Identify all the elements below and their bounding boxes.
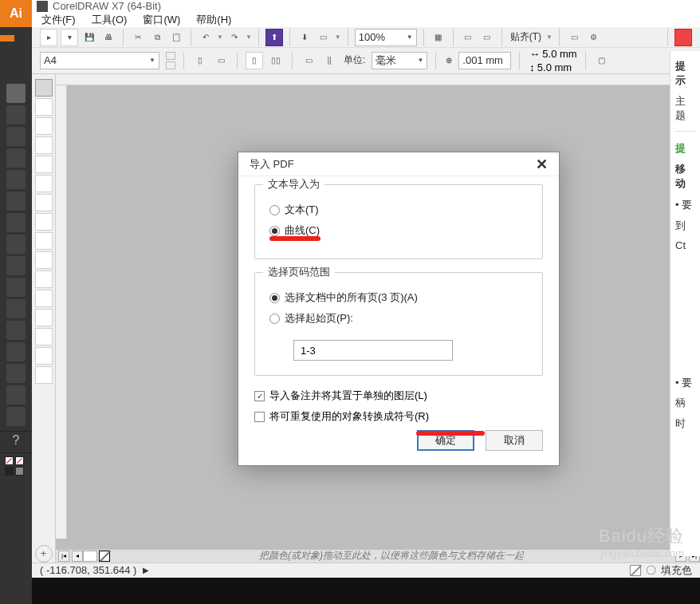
import-button[interactable]: ⬆ (265, 29, 283, 46)
ai-logo: Ai (0, 0, 32, 27)
page-single[interactable]: ▯ (246, 52, 263, 69)
cancel-button[interactable]: 取消 (486, 430, 543, 451)
chk-symbols-row[interactable]: 将可重复使用的对象转换成符号(R) (254, 409, 543, 424)
tool-fill[interactable] (6, 342, 26, 361)
tool-selection[interactable] (6, 84, 26, 103)
page-prev[interactable]: ◂ (72, 551, 83, 562)
tool-direct[interactable] (6, 105, 26, 124)
crop-frame-button[interactable]: ▢ (594, 52, 610, 69)
col-button2[interactable]: || (321, 52, 337, 69)
no-color-swatch[interactable] (99, 551, 110, 562)
hint-link[interactable]: 提 (675, 141, 695, 156)
page-size-dropdown[interactable]: A4▼ (40, 52, 159, 69)
export-button[interactable]: ⬇ (297, 29, 313, 46)
tool-artboard[interactable] (6, 364, 26, 383)
crop-tool[interactable] (35, 117, 53, 135)
tool-shape2[interactable] (6, 299, 26, 318)
radio-allpages[interactable] (269, 293, 280, 303)
tool-spiral[interactable] (6, 278, 26, 297)
tool-line[interactable] (6, 148, 26, 168)
chk-comments-row[interactable]: 导入备注并将其置于单独的图层(L) (254, 389, 543, 403)
sidebar-help[interactable]: ? (0, 431, 32, 453)
chk-comments[interactable] (254, 391, 265, 401)
menu-tools[interactable]: 工具(O) (92, 13, 128, 27)
menubar: 文件(F) 工具(O) 窗口(W) 帮助(H) (32, 12, 700, 27)
page-range-input[interactable] (293, 340, 453, 361)
menu-help[interactable]: 帮助(H) (196, 13, 231, 27)
freehand-tool[interactable] (35, 156, 53, 173)
undo-button[interactable]: ↶ (198, 29, 214, 46)
ellipse-tool[interactable] (35, 213, 53, 231)
menu-file[interactable]: 文件(F) (41, 13, 76, 27)
standard-toolbar: ▸ ▾ 💾 🖶 ✂ ⧉ 📋 ↶ ▼ ↷ ▼ ⬆ ⬇ ▭ ▼ 100%▼ ▦ ▭ … (32, 27, 700, 47)
align-button2[interactable]: ▭ (479, 29, 495, 46)
cut-button[interactable]: ✂ (130, 29, 146, 46)
rectangle-tool[interactable] (35, 194, 53, 211)
shape-tool[interactable] (35, 98, 53, 116)
save-button[interactable]: 💾 (81, 29, 97, 46)
new-button[interactable]: ▸ (40, 29, 57, 46)
publish-button[interactable]: ▭ (316, 29, 332, 46)
orient-portrait[interactable]: ▯ (192, 52, 208, 69)
statusbar: ( -116.708, 351.644 ) ▶ 〇 填充色 (32, 563, 700, 578)
page-picker[interactable] (83, 551, 97, 562)
dimension-tool[interactable] (35, 270, 53, 288)
polygon-tool[interactable] (35, 232, 53, 250)
opt-startpage-row[interactable]: 选择起始页(P): (269, 311, 528, 326)
tool-crop[interactable] (6, 213, 26, 232)
page-facing[interactable]: ▯▯ (268, 52, 284, 69)
connector-tool[interactable] (35, 290, 53, 307)
unit-dropdown[interactable]: 毫米▼ (372, 52, 427, 69)
radio-startpage[interactable] (269, 314, 280, 324)
play-icon[interactable]: ▶ (143, 566, 149, 574)
redo-button[interactable]: ↷ (226, 29, 242, 46)
tool-spray[interactable] (6, 256, 26, 275)
chk-symbols[interactable] (254, 412, 265, 422)
add-tool[interactable]: + (35, 545, 53, 563)
menu-window[interactable]: 窗口(W) (143, 13, 180, 27)
app-icon (37, 1, 48, 12)
zoom-dropdown[interactable]: 100%▼ (355, 29, 417, 46)
snap-label[interactable]: 贴齐(T) (510, 30, 541, 44)
text-tool[interactable] (35, 251, 53, 269)
copy-button[interactable]: ⧉ (149, 29, 165, 46)
radio-allpages-label: 选择文档中的所有页(3 页)(A) (285, 290, 418, 305)
eyedropper-tool[interactable] (35, 328, 53, 345)
grid-button[interactable]: ▦ (431, 29, 446, 46)
radio-curves[interactable] (269, 226, 280, 236)
align-button1[interactable]: ▭ (460, 29, 476, 46)
hint-docker: 提示 主题 提 移动 • 要 到 Ct • 要 柄 时 (670, 51, 700, 556)
tool-text[interactable] (6, 235, 26, 254)
fill-tool[interactable] (35, 347, 53, 365)
col-button1[interactable]: ▭ (301, 52, 317, 69)
print-button[interactable]: 🖶 (100, 29, 116, 46)
tool-extra[interactable] (6, 407, 26, 426)
opt-allpages-row[interactable]: 选择文档中的所有页(3 页)(A) (269, 290, 528, 305)
unit-label: 单位: (344, 53, 365, 67)
radio-text-label: 文本(T) (285, 203, 319, 217)
effects-tool[interactable] (35, 309, 53, 326)
nudge-input[interactable]: .001 mm (458, 52, 511, 69)
layout-button[interactable]: ▭ (566, 29, 582, 46)
titlebar: CorelDRAW X7 (64-Bit) (32, 0, 700, 12)
close-icon[interactable]: ✕ (536, 156, 548, 173)
pick-tool[interactable] (35, 79, 53, 97)
tool-hand[interactable] (6, 385, 26, 405)
tool-pen[interactable] (6, 127, 26, 146)
radio-text[interactable] (269, 205, 280, 215)
opt-text-row[interactable]: 文本(T) (269, 203, 528, 217)
zoom-tool[interactable] (35, 136, 53, 154)
outline-tool[interactable] (35, 366, 53, 384)
accent-button[interactable] (674, 29, 692, 46)
tool-eyedrop[interactable] (6, 321, 26, 340)
page-first[interactable]: |◂ (58, 551, 69, 562)
color-drop-hint: 把颜色(或对象)拖动至此处，以便将这些颜色与文档存储在一起 (259, 549, 524, 563)
tool-brush[interactable] (6, 170, 26, 189)
tool-shape[interactable] (6, 191, 26, 211)
paste-button[interactable]: 📋 (168, 29, 184, 46)
fill-stroke-swatches[interactable] (0, 453, 32, 479)
artistic-tool[interactable] (35, 175, 53, 192)
options-button[interactable]: ⚙ (585, 29, 601, 46)
open-button[interactable]: ▾ (61, 29, 78, 46)
orient-landscape[interactable]: ▭ (213, 52, 229, 69)
